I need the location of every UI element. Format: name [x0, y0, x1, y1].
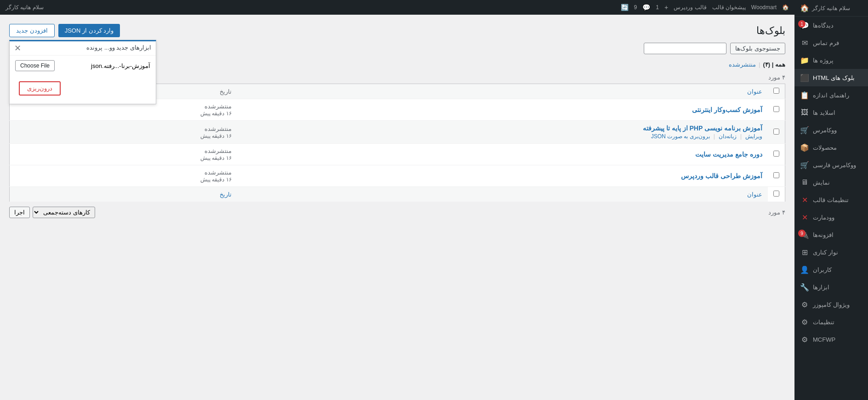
sidebar-item-label: اسلاید ها — [813, 109, 835, 116]
table-footer-row: عنوان تاریخ — [10, 187, 785, 202]
row-select-1[interactable] — [773, 106, 779, 112]
close-notice-button[interactable]: ✕ — [14, 44, 21, 52]
sidebar-item-tools[interactable]: ابزارها 🔧 — [794, 278, 868, 296]
sidebar-item-toolbar[interactable]: نوار کناری ⊞ — [794, 243, 868, 261]
row-select-3[interactable] — [773, 151, 779, 157]
table-row: آموزش برنامه نویسی PHP از پایه تا پیشرفت… — [10, 121, 785, 144]
sidebar-item-plugins[interactable]: افزونه‌ها 🔌 9 — [794, 226, 868, 243]
sidebar-item-label: بلوک های HTML — [813, 74, 855, 81]
execute-button[interactable]: اجرا — [9, 207, 30, 218]
sidebar-item-contact[interactable]: فرم تماس ✉ — [794, 34, 868, 51]
sidebar-item-sizes[interactable]: راهنمای اندازه 📋 — [794, 86, 868, 104]
row-select-4[interactable] — [773, 172, 779, 178]
main-wrap: 🏠 Woodmart پیشخوان قالب قالب وردپرس + 1 … — [0, 0, 794, 400]
home-icon: 🏠 — [800, 4, 809, 12]
row-checkbox-4 — [768, 165, 785, 187]
row-date-3: منتشرشده ۱۶ دقیقه پیش — [10, 144, 237, 165]
folder-icon: 📁 — [800, 56, 809, 65]
select-all-checkbox[interactable] — [773, 88, 779, 94]
toolbar-icon: ⊞ — [800, 248, 809, 257]
import-json-button[interactable]: وارد کردن از JSON — [58, 24, 120, 37]
sidebar-item-woocommerce[interactable]: ووکامرس 🛒 — [794, 121, 868, 139]
file-label: آموزش-برنا-...رفته.json — [91, 62, 150, 69]
bulk-actions-select-bottom[interactable]: کارهای دسته‌جمعی — [33, 207, 95, 218]
sidebar-item-label: ابزارها — [813, 284, 829, 291]
vc-icon: ⚙ — [800, 300, 809, 309]
col-title-footer[interactable]: عنوان — [237, 187, 768, 202]
topbar-greeting: سلام هانیه کارگر — [6, 4, 44, 11]
settings-icon: ⚙ — [800, 317, 809, 327]
theme-preview-label[interactable]: پیشخوان قالب — [712, 4, 746, 11]
edit-link-2[interactable]: ویرایش — [745, 133, 762, 140]
notice-text: ابزارهای جدید وو... پرونده — [86, 44, 151, 51]
sidebar-item-woodmart[interactable]: وودمارت ✕ — [794, 208, 868, 226]
sidebar-item-label: وودمارت — [813, 214, 834, 221]
search-button[interactable]: جستوجوی بلوک‌ها — [730, 43, 785, 54]
sidebar-item-woo-farsi[interactable]: ووکامرس فارسی 🛒 — [794, 156, 868, 174]
block-link-1[interactable]: آموزش کسب‌وکار اینترنتی — [692, 106, 762, 113]
sidebar-item-display[interactable]: نمایش 🖥 — [794, 174, 868, 191]
block-link-4[interactable]: آموزش طراحی قالب وردپرس — [681, 172, 762, 180]
sidebar-item-label: پروژه ها — [813, 57, 834, 64]
row-title-4: آموزش طراحی قالب وردپرس — [237, 165, 768, 187]
filter-published[interactable]: منتشرشده — [729, 61, 756, 68]
sidebar-item-label: MCFWP — [813, 336, 835, 343]
row-select-2[interactable] — [773, 129, 779, 135]
comment-count: 9 — [634, 4, 637, 11]
row-date-4: منتشرشده ۱۶ دقیقه پیش — [10, 165, 237, 187]
sidebar-item-label: ووکامرس فارسی — [813, 162, 856, 169]
col-title-header[interactable]: عنوان — [237, 84, 768, 99]
col-checkbox-header — [768, 84, 785, 99]
sidebar-header: سلام هانیه کارگر 🏠 — [794, 0, 868, 17]
sidebar-item-label: نوار کناری — [813, 249, 838, 256]
home-icon[interactable]: 🏠 — [782, 4, 789, 11]
sidebar-item-label: فرم تماس — [813, 39, 839, 46]
woo-icon: 🛒 — [800, 125, 809, 135]
block-link-2[interactable]: آموزش برنامه نویسی PHP از پایه تا پیشرفت… — [643, 124, 762, 132]
sidebar-item-theme-settings[interactable]: تنظیمات قالب ✕ — [794, 191, 868, 208]
sidebar-item-visual-composer[interactable]: ویژوال کامپوزر ⚙ — [794, 296, 868, 313]
topbar-right: 🏠 Woodmart پیشخوان قالب قالب وردپرس + 1 … — [621, 4, 789, 11]
topbar: 🏠 Woodmart پیشخوان قالب قالب وردپرس + 1 … — [0, 0, 794, 15]
table-row: دوره جامع مدیریت سایت منتشرشده ۱۶ دقیقه … — [10, 144, 785, 165]
plus-btn[interactable]: + — [664, 4, 668, 11]
sidebar-item-html-blocks[interactable]: بلوک های HTML ⬛ — [794, 69, 868, 86]
export-link-2[interactable]: برون‌بری به صورت JSON — [651, 133, 710, 140]
sidebar: سلام هانیه کارگر 🏠 دیدگاه‌ها 💬 1 فرم تما… — [794, 0, 868, 400]
filter-links: همه | (۴) | منتشرشده — [729, 61, 785, 68]
add-new-button[interactable]: افزودن جدید — [9, 24, 55, 37]
block-link-3[interactable]: دوره جامع مدیریت سایت — [695, 151, 762, 158]
products-icon: 📦 — [800, 143, 809, 152]
sidebar-item-products[interactable]: محصولات 📦 — [794, 139, 868, 156]
import-action-button[interactable]: درون‌ریزی — [19, 81, 61, 96]
col-date-footer[interactable]: تاریخ — [10, 187, 237, 202]
sidebar-item-label: ویژوال کامپوزر — [813, 301, 850, 308]
search-input[interactable] — [644, 43, 726, 54]
sidebar-item-slides[interactable]: اسلاید ها 🖼 — [794, 104, 868, 121]
slides-icon: 🖼 — [800, 108, 809, 117]
row-title-2: آموزش برنامه نویسی PHP از پایه تا پیشرفت… — [237, 121, 768, 144]
sidebar-item-label: راهنمای اندازه — [813, 92, 849, 99]
sidebar-item-dashboard[interactable]: دیدگاه‌ها 💬 1 — [794, 17, 868, 34]
filter-all[interactable]: همه | (۴) — [763, 61, 785, 68]
table-row: آموزش طراحی قالب وردپرس منتشرشده ۱۶ دقیق… — [10, 165, 785, 187]
sidebar-item-label: افزونه‌ها — [813, 231, 834, 238]
sizes-icon: 📋 — [800, 90, 809, 100]
sidebar-item-mcfwp[interactable]: MCFWP ⚙ — [794, 331, 868, 348]
row-title-3: دوره جامع مدیریت سایت — [237, 144, 768, 165]
trash-link-2[interactable]: زبانه‌دان — [719, 133, 737, 140]
comment-icon[interactable]: 💬 — [642, 4, 650, 11]
sidebar-badge-dashboard: 1 — [798, 20, 806, 28]
sidebar-item-settings[interactable]: تنظیمات ⚙ — [794, 313, 868, 331]
page-title-bar: بلوک‌ها وارد کردن از JSON افزودن جدید — [9, 24, 785, 37]
select-all-bottom-checkbox[interactable] — [773, 191, 779, 197]
mcfwp-icon: ⚙ — [800, 335, 809, 344]
choose-file-button[interactable]: Choose File — [15, 60, 55, 71]
row-date-2: منتشرشده ۱۶ دقیقه پیش — [10, 121, 237, 144]
update-icon[interactable]: 🔄 — [621, 4, 629, 11]
sidebar-item-projects[interactable]: پروژه ها 📁 — [794, 51, 868, 69]
sidebar-item-users[interactable]: کاربران 👤 — [794, 261, 868, 278]
woodmart-icon: ✕ — [800, 213, 809, 222]
sidebar-item-label: کاربران — [813, 266, 832, 273]
row-checkbox-2 — [768, 121, 785, 144]
